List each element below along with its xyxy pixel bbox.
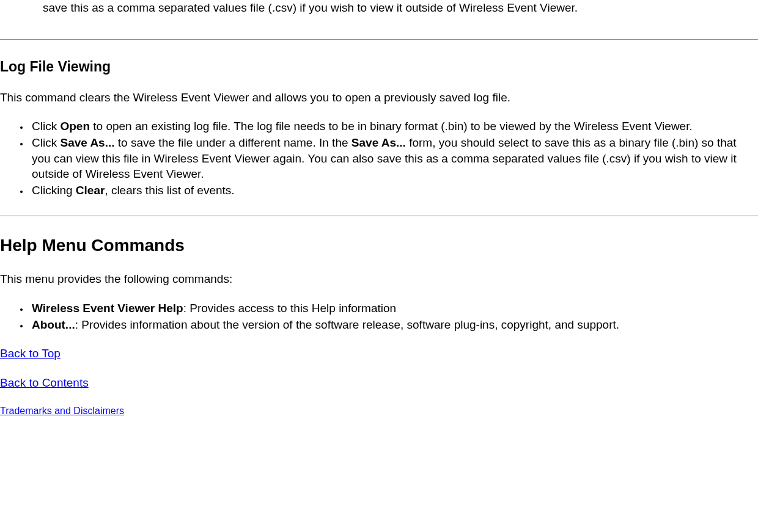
- trademarks-link[interactable]: Trademarks and Disclaimers: [0, 406, 124, 416]
- list-bold: Open: [60, 120, 90, 133]
- help-menu-heading: Help Menu Commands: [0, 234, 758, 257]
- list-text: to save the file under a different name.…: [115, 136, 351, 149]
- divider: [0, 216, 758, 217]
- list-text: Clicking: [32, 184, 76, 197]
- help-menu-list: Wireless Event Viewer Help: Provides acc…: [0, 301, 758, 332]
- list-text: Click: [32, 120, 60, 133]
- help-menu-intro: This menu provides the following command…: [0, 271, 758, 287]
- list-bold: Clear: [76, 184, 105, 197]
- list-bold: Save As...: [60, 136, 114, 149]
- list-item: Click Open to open an existing log file.…: [29, 118, 758, 134]
- log-file-viewing-heading: Log File Viewing: [0, 57, 758, 76]
- list-item: Clicking Clear, clears this list of even…: [29, 183, 758, 199]
- log-file-viewing-list: Click Open to open an existing log file.…: [0, 118, 758, 198]
- list-bold: About...: [32, 318, 75, 331]
- log-file-viewing-intro: This command clears the Wireless Event V…: [0, 90, 758, 106]
- list-bold: Wireless Event Viewer Help: [32, 302, 183, 315]
- list-text: Click: [32, 136, 60, 149]
- list-text: to open an existing log file. The log fi…: [90, 120, 693, 133]
- list-item: Click Save As... to save the file under …: [29, 135, 758, 182]
- list-text: : Provides information about the version…: [75, 318, 619, 331]
- list-item: About...: Provides information about the…: [29, 317, 758, 333]
- list-item: Wireless Event Viewer Help: Provides acc…: [29, 301, 758, 316]
- top-fragment-text: save this as a comma separated values fi…: [0, 0, 758, 22]
- list-bold: Save As...: [351, 136, 406, 149]
- list-text: , clears this list of events.: [105, 184, 234, 197]
- divider: [0, 39, 758, 40]
- list-text: : Provides access to this Help informati…: [183, 302, 397, 315]
- back-to-contents-link[interactable]: Back to Contents: [0, 376, 89, 389]
- back-to-top-link[interactable]: Back to Top: [0, 347, 61, 360]
